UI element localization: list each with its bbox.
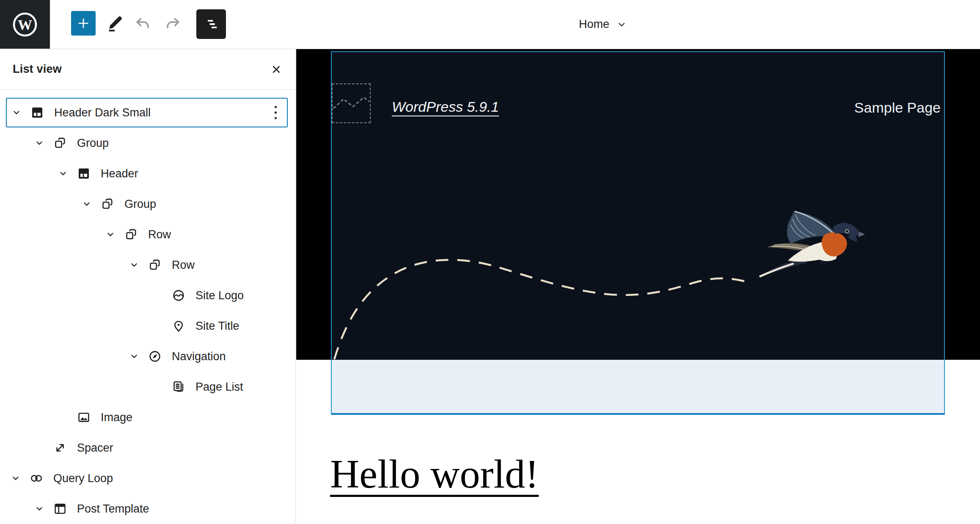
block-label: Group bbox=[124, 198, 156, 211]
row-icon bbox=[124, 227, 139, 242]
site-title-icon bbox=[171, 318, 186, 334]
wordpress-logo-icon: W bbox=[12, 11, 38, 38]
block-label: Query Loop bbox=[53, 472, 113, 485]
close-icon bbox=[270, 63, 283, 76]
listview-item-spacer[interactable]: Spacer bbox=[0, 433, 295, 463]
post-title-hello-world[interactable]: Hello world! bbox=[330, 450, 539, 497]
indent-spacer bbox=[151, 320, 164, 332]
bird-image[interactable] bbox=[756, 209, 864, 280]
undo-button[interactable] bbox=[133, 14, 152, 33]
indent-spacer bbox=[57, 411, 69, 424]
editor-top-bar: W Home bbox=[0, 0, 980, 49]
indent-spacer bbox=[151, 381, 164, 393]
spacer-icon bbox=[52, 440, 68, 455]
listview-item-query-loop[interactable]: Query Loop bbox=[0, 463, 295, 494]
close-list-view-button[interactable] bbox=[269, 62, 284, 77]
edit-mode-button[interactable] bbox=[103, 13, 126, 34]
redo-button[interactable] bbox=[163, 14, 183, 33]
chevron-down-icon[interactable] bbox=[128, 350, 140, 363]
chevron-down-icon[interactable] bbox=[33, 137, 46, 149]
selected-template-part-outline: WordPress 5.9.1 Sample Page bbox=[331, 51, 945, 415]
query-loop-icon bbox=[29, 471, 44, 486]
flight-path-dashed-line bbox=[332, 52, 944, 359]
list-view-panel-header: List view bbox=[0, 49, 295, 90]
listview-item-page-list[interactable]: Page List bbox=[0, 372, 295, 402]
block-label: Site Title bbox=[195, 320, 239, 333]
navigation-icon bbox=[147, 349, 162, 364]
listview-item-navigation[interactable]: Navigation bbox=[0, 341, 295, 372]
block-tree: Header Dark Small Group Head bbox=[0, 90, 295, 524]
redo-icon bbox=[164, 14, 182, 33]
spacer-block-highlight[interactable] bbox=[332, 360, 944, 413]
block-label: Page List bbox=[195, 381, 243, 394]
listview-item-header[interactable]: Header bbox=[0, 158, 295, 189]
block-label: Image bbox=[101, 411, 132, 424]
list-view-panel: List view Header Dark Small bbox=[0, 49, 296, 524]
group-icon bbox=[100, 196, 115, 212]
block-label: Row bbox=[148, 228, 171, 241]
template-part-icon bbox=[30, 105, 45, 120]
block-label: Post Template bbox=[77, 502, 149, 516]
list-view-toggle-button[interactable] bbox=[196, 9, 226, 39]
listview-item-group[interactable]: Group bbox=[0, 189, 295, 219]
listview-item-site-title[interactable]: Site Title bbox=[0, 311, 295, 341]
image-icon bbox=[76, 410, 91, 425]
header-dark-small-block[interactable]: WordPress 5.9.1 Sample Page bbox=[332, 52, 944, 360]
chevron-down-icon[interactable] bbox=[33, 502, 46, 515]
listview-item-image[interactable]: Image bbox=[0, 402, 295, 433]
listview-item-site-logo[interactable]: Site Logo bbox=[0, 280, 295, 311]
listview-item-row[interactable]: Row bbox=[0, 219, 295, 250]
listview-item-header-dark-small[interactable]: Header Dark Small bbox=[6, 98, 288, 127]
list-view-icon bbox=[202, 15, 220, 33]
chevron-down-icon[interactable] bbox=[80, 198, 93, 210]
chevron-down-icon[interactable] bbox=[57, 167, 69, 180]
pencil-icon bbox=[105, 14, 124, 33]
chevron-down-icon[interactable] bbox=[9, 472, 22, 485]
svg-text:W: W bbox=[18, 17, 32, 33]
chevron-down-icon[interactable] bbox=[128, 259, 140, 271]
listview-item-row[interactable]: Row bbox=[0, 250, 295, 280]
indent-spacer bbox=[33, 441, 46, 454]
listview-item-group[interactable]: Group bbox=[0, 128, 295, 158]
block-label: Site Logo bbox=[195, 289, 244, 302]
page-list-icon bbox=[171, 379, 186, 394]
options-menu-button[interactable] bbox=[269, 104, 282, 121]
listview-item-post-template[interactable]: Post Template bbox=[0, 494, 295, 524]
site-logo-icon bbox=[171, 288, 186, 303]
block-label: Navigation bbox=[172, 350, 226, 363]
kebab-menu-icon bbox=[270, 104, 281, 121]
document-title: Home bbox=[579, 18, 609, 31]
group-icon bbox=[52, 135, 68, 151]
block-label: Spacer bbox=[77, 441, 113, 455]
document-switcher[interactable]: Home bbox=[579, 0, 627, 49]
block-label: Group bbox=[77, 137, 109, 150]
chevron-down-icon[interactable] bbox=[10, 106, 23, 119]
chevron-down-icon[interactable] bbox=[104, 228, 117, 241]
panel-title: List view bbox=[13, 63, 62, 76]
row-icon bbox=[147, 257, 162, 273]
post-template-icon bbox=[52, 501, 68, 516]
header-icon bbox=[76, 166, 91, 181]
editor-canvas: WordPress 5.9.1 Sample Page bbox=[296, 49, 980, 524]
block-label: Row bbox=[172, 259, 195, 272]
block-inserter-button[interactable] bbox=[71, 11, 96, 36]
plus-icon bbox=[76, 16, 91, 30]
block-label: Header bbox=[101, 167, 138, 180]
indent-spacer bbox=[151, 289, 164, 302]
chevron-down-icon bbox=[616, 19, 627, 30]
undo-icon bbox=[133, 14, 152, 33]
wordpress-logo[interactable]: W bbox=[0, 0, 50, 49]
block-label: Header Dark Small bbox=[54, 106, 151, 119]
